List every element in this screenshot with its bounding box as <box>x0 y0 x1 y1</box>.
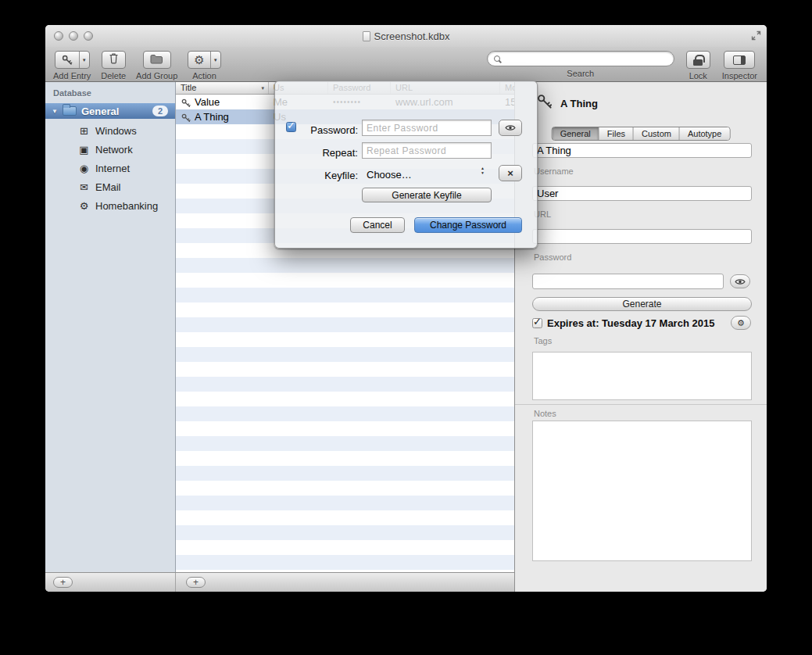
zoom-window-button[interactable] <box>84 31 93 41</box>
group-label: General <box>81 106 119 117</box>
search-item: Search <box>487 51 674 78</box>
inspector-header: A Thing <box>537 93 598 113</box>
url-field[interactable] <box>532 229 752 244</box>
inspector-panel-icon <box>733 55 746 65</box>
tab-autotype[interactable]: Autotype <box>680 127 729 140</box>
username-field[interactable] <box>532 186 752 201</box>
password-field[interactable] <box>532 274 724 289</box>
lock-icon <box>693 59 703 66</box>
chevron-down-icon: ▼ <box>210 52 220 68</box>
title-field[interactable] <box>532 143 752 158</box>
search-field[interactable] <box>487 51 674 66</box>
add-group-button[interactable]: Add Group <box>136 51 177 81</box>
dialog-keyfile-label: Keyfile: <box>297 170 358 181</box>
sidebar-item-label: Homebanking <box>95 200 158 212</box>
sidebar-item-internet[interactable]: ◉ Internet <box>45 159 175 177</box>
sort-arrow-icon: ▾ <box>261 82 264 94</box>
keyfile-dropdown[interactable]: Choose… <box>367 169 412 181</box>
entry-key-icon <box>537 94 553 113</box>
lock-button[interactable]: Lock <box>686 51 710 81</box>
inspector-label: Inspector <box>722 71 757 81</box>
delete-label: Delete <box>101 71 126 81</box>
cancel-button[interactable]: Cancel <box>350 217 405 233</box>
inspector-entry-title: A Thing <box>560 98 598 109</box>
sidebar-group-general[interactable]: ▼ General 2 <box>45 103 175 119</box>
lock-label: Lock <box>689 71 707 81</box>
notes-input[interactable] <box>532 421 752 561</box>
tags-input[interactable] <box>532 352 752 400</box>
window-title-row: Screenshot.kdbx <box>45 25 767 47</box>
tab-custom[interactable]: Custom <box>634 127 680 140</box>
search-icon <box>494 55 500 62</box>
reveal-password-button[interactable] <box>730 274 750 288</box>
add-group-plus-button[interactable]: + <box>53 577 73 588</box>
generate-keyfile-button[interactable]: Generate Keyfile <box>362 188 492 202</box>
column-header-title[interactable]: Title ▾ <box>176 82 269 94</box>
inspector-tabs: General Files Custom Autotype <box>552 127 731 141</box>
key-icon <box>55 52 79 68</box>
dialog-password-label: Password: <box>297 124 358 136</box>
gear-icon: ⚙ <box>737 318 745 328</box>
app-window: Screenshot.kdbx ▼ Add Entry <box>45 25 767 592</box>
fullscreen-icon[interactable] <box>751 30 761 41</box>
key-icon <box>181 97 191 109</box>
inspector-panel: A Thing General Files Custom Autotype Us… <box>514 82 767 592</box>
tags-label: Tags <box>534 336 552 345</box>
entry-title: A Thing <box>195 111 229 123</box>
globe-icon: ◉ <box>78 163 90 174</box>
generate-password-button[interactable]: Generate <box>532 297 752 311</box>
tab-files[interactable]: Files <box>599 127 634 140</box>
add-entry-button[interactable]: ▼ Add Entry <box>53 51 91 81</box>
password-enabled-checkbox[interactable]: ✓ <box>286 122 296 132</box>
password-label: Password <box>534 252 571 262</box>
tab-general[interactable]: General <box>553 127 599 140</box>
entry-count-badge: 2 <box>152 106 168 116</box>
sidebar-item-label: EMail <box>95 181 121 193</box>
search-input[interactable] <box>503 52 674 65</box>
entry-title: Value <box>195 96 220 108</box>
minimize-window-button[interactable] <box>69 31 78 41</box>
sidebar-item-label: Network <box>95 144 133 156</box>
envelope-icon: ✉ <box>78 181 90 193</box>
delete-button[interactable]: Delete <box>101 51 126 81</box>
network-icon: ▣ <box>78 144 90 156</box>
expires-checkbox[interactable]: ✓ <box>532 318 542 328</box>
eye-icon <box>735 278 746 285</box>
sidebar-item-label: Windows <box>95 125 137 137</box>
bottom-bar: + + <box>45 572 514 592</box>
sidebar-item-email[interactable]: ✉ EMail <box>45 177 175 196</box>
action-button[interactable]: ⚙ ▼ Action <box>188 51 220 81</box>
group-folder-icon <box>63 106 77 116</box>
inspector-toggle-button[interactable]: Inspector <box>722 51 757 81</box>
sidebar-header: Database <box>53 88 91 98</box>
gear-icon: ⚙ <box>78 200 90 212</box>
key-icon <box>181 112 191 124</box>
sidebar-item-network[interactable]: ▣ Network <box>45 140 175 159</box>
disclosure-triangle-icon[interactable]: ▼ <box>52 108 59 115</box>
toolbar-left-group: ▼ Add Entry Delete Add Group <box>53 51 221 81</box>
add-entry-plus-button[interactable]: + <box>186 577 206 588</box>
close-window-button[interactable] <box>54 31 63 41</box>
change-password-button[interactable]: Change Password <box>414 217 522 233</box>
stepper-icon[interactable]: ▲ ▼ <box>481 166 485 175</box>
username-label: Username <box>534 166 574 176</box>
stepper-down-icon: ▼ <box>481 171 485 175</box>
sidebar-item-windows[interactable]: ⊞ Windows <box>45 121 175 140</box>
dialog-reveal-password-button[interactable] <box>499 120 522 136</box>
separator <box>515 404 767 405</box>
expires-gear-button[interactable]: ⚙ <box>731 316 751 330</box>
check-icon: ✓ <box>533 317 542 327</box>
clear-keyfile-button[interactable]: × <box>499 165 522 181</box>
divider <box>175 573 176 592</box>
dialog-repeat-label: Repeat: <box>297 147 358 159</box>
expires-row: ✓ Expires at: Tuesday 17 March 2015 ⚙ <box>532 316 751 330</box>
add-entry-label: Add Entry <box>53 71 91 81</box>
sidebar-item-homebanking[interactable]: ⚙ Homebanking <box>45 196 175 215</box>
search-label: Search <box>567 69 594 78</box>
action-label: Action <box>192 71 216 81</box>
dialog-repeat-input[interactable] <box>362 142 492 159</box>
windows-icon: ⊞ <box>78 125 90 137</box>
dialog-password-input[interactable] <box>362 120 492 136</box>
sidebar-item-label: Internet <box>95 163 130 174</box>
column-title-text: Title <box>181 83 196 92</box>
